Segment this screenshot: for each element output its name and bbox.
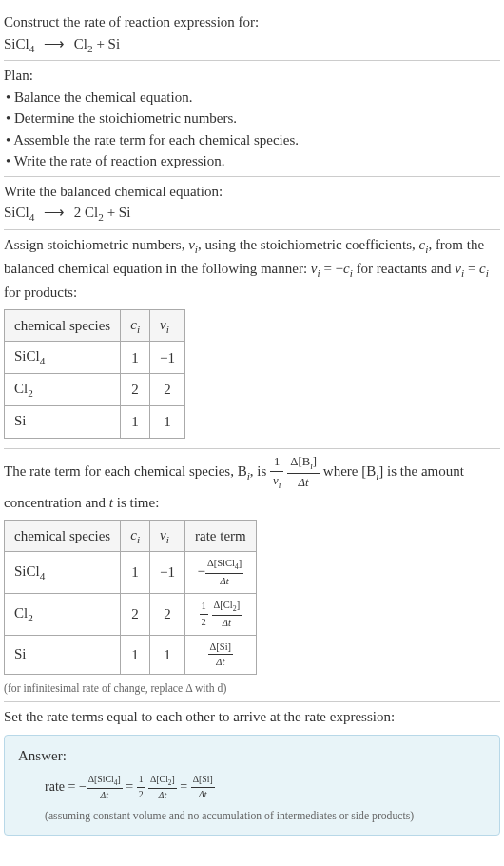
header-nui: νi [150, 520, 185, 552]
header-species: chemical species [5, 520, 121, 552]
cell-species: SiCl4 [5, 342, 121, 374]
cell-species: Cl2 [5, 594, 121, 636]
cell-rate: 12 Δ[Cl2]Δt [184, 594, 256, 636]
balanced-equation: SiCl4 ⟶ 2 Cl2 + Si [4, 202, 500, 226]
plan-section: Plan: • Balance the chemical equation. •… [4, 61, 500, 177]
intro-lhs: SiCl4 [4, 36, 34, 51]
header-species: chemical species [5, 309, 121, 342]
answer-note: (assuming constant volume and no accumul… [45, 808, 486, 825]
fraction: Δ[Cl2]Δt [212, 598, 242, 631]
cell-ci: 1 [121, 342, 150, 374]
rate-term-section: The rate term for each chemical species,… [4, 449, 500, 702]
cell-ci: 2 [121, 374, 150, 406]
rate-term-note: (for infinitesimal rate of change, repla… [4, 680, 500, 698]
answer-box: Answer: rate = −Δ[SiCl4]Δt = 12 Δ[Cl2]Δt… [4, 735, 500, 836]
header-rate: rate term [184, 520, 256, 552]
reaction-arrow-icon: ⟶ [44, 202, 65, 224]
intro-prompt: Construct the rate of reaction expressio… [4, 11, 500, 33]
fraction: Δ[SiCl4]Δt [87, 773, 123, 803]
rate-term-text: The rate term for each chemical species,… [4, 453, 500, 514]
cell-nui: 1 [150, 635, 185, 675]
plan-item-rate-term: • Assemble the rate term for each chemic… [6, 129, 500, 151]
fraction: 12 [200, 599, 208, 630]
plan-item-stoich: • Determine the stoichiometric numbers. [6, 108, 500, 129]
table-row: Cl2 2 2 12 Δ[Cl2]Δt [5, 594, 257, 636]
balanced-section: Write the balanced chemical equation: Si… [4, 177, 500, 230]
cell-nui: 2 [150, 594, 185, 636]
table-row: SiCl4 1 −1 [5, 342, 185, 374]
cell-ci: 2 [121, 594, 150, 636]
cell-nui: 1 [150, 406, 185, 439]
cell-rate: −Δ[SiCl4]Δt [184, 552, 256, 594]
intro-equation: SiCl4 ⟶ Cl2 + Si [4, 33, 500, 57]
fraction: Δ[Bi]Δt [287, 453, 320, 492]
balanced-rhs: 2 Cl2 + Si [74, 205, 131, 220]
intro-rhs: Cl2 + Si [74, 36, 120, 51]
stoich-text: Assign stoichiometric numbers, νi, using… [4, 234, 500, 303]
cell-species: Si [5, 635, 121, 675]
cell-species: SiCl4 [5, 552, 121, 594]
plan-item-balance: • Balance the chemical equation. [6, 87, 500, 108]
answer-equation: rate = −Δ[SiCl4]Δt = 12 Δ[Cl2]Δt = Δ[Si]… [45, 773, 486, 803]
final-section: Set the rate terms equal to each other t… [4, 702, 500, 839]
stoich-section: Assign stoichiometric numbers, νi, using… [4, 230, 500, 449]
intro-section: Construct the rate of reaction expressio… [4, 8, 500, 61]
fraction: 1νi [270, 453, 283, 492]
cell-species: Cl2 [5, 374, 121, 406]
fraction: Δ[Cl2]Δt [148, 773, 177, 803]
table-header-row: chemical species ci νi rate term [5, 520, 257, 552]
plan-item-expression: • Write the rate of reaction expression. [6, 150, 500, 172]
rate-term-table: chemical species ci νi rate term SiCl4 1… [4, 520, 257, 676]
fraction: Δ[SiCl4]Δt [205, 556, 243, 589]
cell-rate: Δ[Si]Δt [184, 635, 256, 675]
final-title: Set the rate terms equal to each other t… [4, 706, 500, 728]
header-ci: ci [121, 309, 150, 342]
cell-ci: 1 [121, 635, 150, 675]
reaction-arrow-icon: ⟶ [44, 33, 65, 55]
cell-nui: −1 [150, 552, 185, 594]
balanced-title: Write the balanced chemical equation: [4, 181, 500, 203]
table-row: SiCl4 1 −1 −Δ[SiCl4]Δt [5, 552, 257, 594]
header-ci: ci [121, 520, 150, 552]
balanced-lhs: SiCl4 [4, 205, 34, 220]
fraction: 12 [137, 773, 145, 801]
cell-species: Si [5, 406, 121, 439]
table-row: Si 1 1 [5, 406, 185, 439]
cell-ci: 1 [121, 552, 150, 594]
fraction: Δ[Si]Δt [208, 640, 234, 671]
table-row: Si 1 1 Δ[Si]Δt [5, 635, 257, 675]
cell-nui: −1 [150, 342, 185, 374]
cell-nui: 2 [150, 374, 185, 406]
plan-title: Plan: [4, 65, 500, 87]
cell-ci: 1 [121, 406, 150, 439]
fraction: Δ[Si]Δt [191, 773, 215, 801]
table-row: Cl2 2 2 [5, 374, 185, 406]
header-nui: νi [150, 309, 185, 342]
stoich-table: chemical species ci νi SiCl4 1 −1 Cl2 2 … [4, 309, 185, 440]
answer-title: Answer: [18, 745, 486, 767]
table-header-row: chemical species ci νi [5, 309, 185, 342]
